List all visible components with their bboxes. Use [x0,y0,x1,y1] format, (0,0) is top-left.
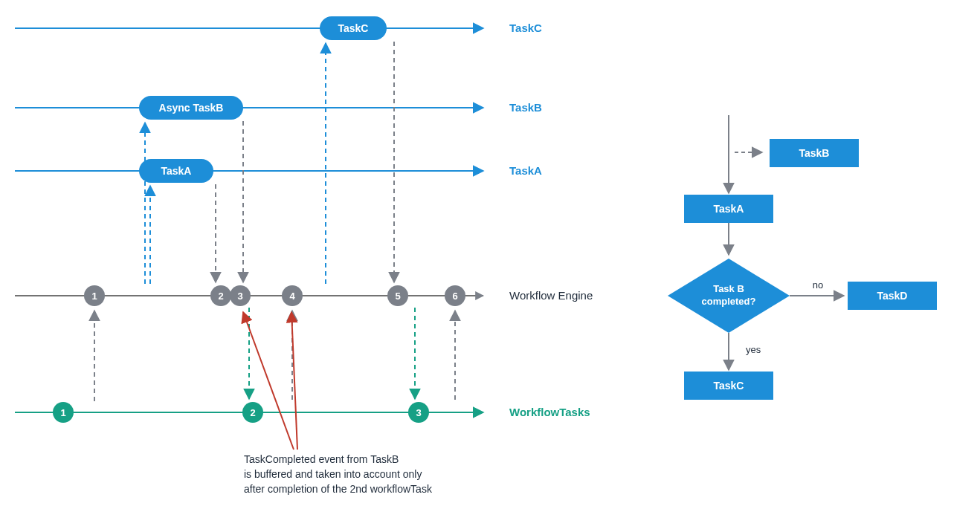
lane-taskb-label: TaskB [509,101,542,114]
lane-wft-label: WorkflowTasks [509,406,590,418]
fc-taskd: TaskD [877,290,908,302]
engine-c6: 6 [452,291,457,302]
lane-taskc-label: TaskC [509,22,542,34]
annotation-line3: after completion of the 2nd workflowTask [244,483,433,495]
fc-taskb: TaskB [799,147,830,159]
pill-taskc: TaskC [320,16,387,40]
wft-c3: 3 [416,407,421,418]
annotation-line2: is buffered and taken into account only [244,468,422,480]
lane-engine-label: Workflow Engine [509,289,593,302]
fc-no-label: no [813,279,823,291]
engine-c4: 4 [289,291,295,302]
anno-arrow-1 [243,312,294,450]
lane-taska-label: TaskA [509,164,542,177]
pill-taskb-text: Async TaskB [159,102,224,114]
pill-taska: TaskA [139,159,213,183]
engine-c1: 1 [91,291,97,302]
pill-taskb: Async TaskB [139,96,243,120]
wft-c2: 2 [250,407,255,418]
pill-taskc-text: TaskC [338,22,369,34]
fc-decision-l2: completed? [702,296,756,307]
engine-c3: 3 [237,291,242,302]
wft-c1: 1 [60,407,65,418]
fc-taska: TaskA [714,203,744,215]
flowchart: TaskB TaskA Task B completed? no TaskD y… [668,115,937,400]
fc-taskc: TaskC [714,380,744,392]
fc-yes-label: yes [746,344,761,355]
engine-c5: 5 [395,291,400,302]
annotation-line1: TaskCompleted event from TaskB [244,453,399,465]
fc-decision-l1: Task B [713,283,744,294]
engine-c2: 2 [218,291,223,302]
pill-taska-text: TaskA [161,165,192,177]
